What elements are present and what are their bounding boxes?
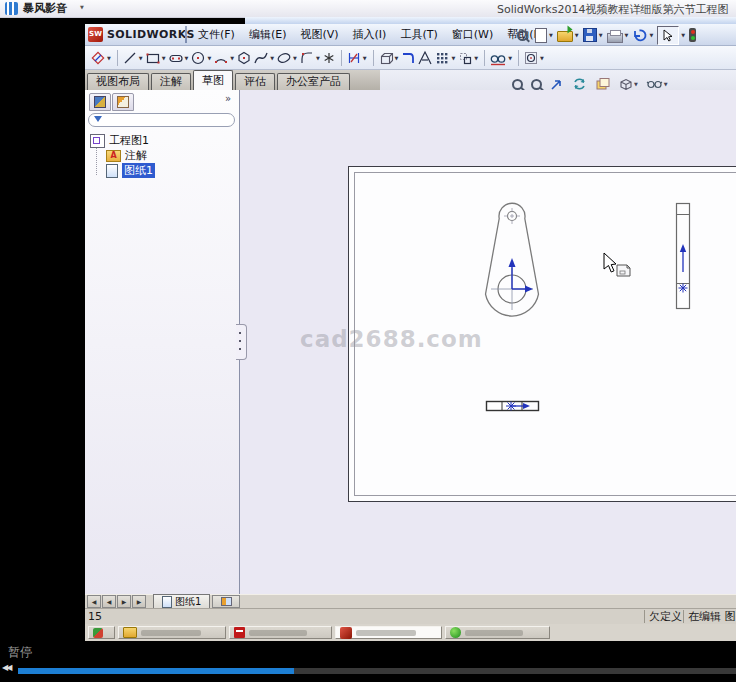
taskbar-button-solidworks[interactable]: [335, 626, 442, 639]
caret-icon[interactable]: ▼: [185, 55, 189, 61]
menu-window[interactable]: 窗口(W): [445, 27, 500, 42]
move-entities-button[interactable]: ▼: [457, 50, 479, 66]
print-button[interactable]: ▼: [607, 28, 629, 43]
tree-item-sheet[interactable]: 图纸1: [90, 163, 155, 178]
line-tool-button[interactable]: ▼: [122, 50, 144, 66]
caret-icon[interactable]: ▼: [634, 81, 638, 87]
save-button[interactable]: ▼: [583, 28, 603, 42]
open-button[interactable]: ▼: [557, 28, 579, 42]
caret-icon[interactable]: ▼: [107, 55, 111, 61]
undo-button[interactable]: ▼: [632, 28, 653, 43]
convert-entities-button[interactable]: ▼: [378, 50, 400, 66]
player-app-name[interactable]: 暴风影音: [23, 1, 67, 16]
polygon-tool-button[interactable]: [236, 50, 252, 66]
tree-annotations-label[interactable]: 注解: [125, 148, 147, 163]
panel-expand-chevrons-icon[interactable]: »: [225, 93, 231, 104]
panel-splitter-handle[interactable]: [236, 324, 247, 360]
tab-sketch[interactable]: 草图: [193, 70, 233, 90]
caret-icon[interactable]: ▼: [162, 55, 166, 61]
player-menu-caret-icon[interactable]: ▼: [80, 4, 84, 10]
zoom-area-button[interactable]: [531, 79, 542, 90]
tab-evaluate[interactable]: 评估: [235, 73, 275, 90]
circular-pattern-button[interactable]: ▼: [523, 50, 545, 66]
tree-root-label[interactable]: 工程图1: [109, 133, 149, 148]
caret-icon[interactable]: ▼: [207, 55, 211, 61]
circle-tool-button[interactable]: ▼: [190, 50, 212, 66]
taskbar-button-folder[interactable]: [118, 626, 226, 639]
caret-icon[interactable]: ▼: [363, 55, 367, 61]
caret-icon[interactable]: ▼: [681, 32, 685, 38]
taskbar-button-pdf[interactable]: [229, 626, 332, 639]
caret-icon[interactable]: ▼: [474, 55, 478, 61]
hide-show-items-button[interactable]: ▼: [646, 78, 668, 90]
ellipse-tool-button[interactable]: ▼: [276, 50, 298, 66]
tree-item-annotations[interactable]: A 注解: [90, 148, 155, 163]
tab-office-products[interactable]: 办公室产品: [277, 73, 350, 90]
tree-sheet-label[interactable]: 图纸1: [122, 163, 155, 178]
caret-icon[interactable]: ▼: [625, 32, 629, 38]
caret-icon[interactable]: ▼: [549, 32, 553, 38]
spline-tool-button[interactable]: ▼: [253, 50, 275, 66]
caret-icon[interactable]: ▼: [575, 32, 579, 38]
rewind-icon[interactable]: ◀◀: [2, 663, 10, 672]
tab-annotation[interactable]: 注解: [151, 73, 191, 90]
sheet-tab-label[interactable]: 图纸1: [175, 595, 201, 609]
caret-icon[interactable]: ▼: [599, 32, 603, 38]
caret-icon[interactable]: ▼: [139, 55, 143, 61]
menu-tools[interactable]: 工具(T): [393, 27, 444, 42]
arc-tool-button[interactable]: ▼: [213, 50, 235, 66]
add-sheet-tab[interactable]: [212, 595, 240, 608]
filter-funnel-icon: [94, 116, 102, 122]
drawing-view-bottom[interactable]: [485, 399, 541, 413]
zoom-fit-button[interactable]: [512, 79, 523, 90]
caret-icon[interactable]: ▼: [451, 55, 455, 61]
menu-view[interactable]: 视图(V): [293, 27, 345, 42]
taskbar-button-1[interactable]: [88, 626, 115, 639]
menu-insert[interactable]: 插入(I): [346, 27, 394, 42]
trim-entities-button[interactable]: [400, 50, 416, 66]
caret-icon[interactable]: ▼: [270, 55, 274, 61]
drawing-view-side[interactable]: [674, 200, 692, 312]
rectangle-tool-button[interactable]: ▼: [145, 50, 167, 66]
progress-bar[interactable]: [18, 668, 736, 674]
caret-icon[interactable]: ▼: [395, 55, 399, 61]
rebuild-button[interactable]: [689, 28, 696, 42]
smart-dimension-button[interactable]: ▼: [346, 50, 368, 66]
caret-icon[interactable]: ▼: [316, 55, 320, 61]
caret-icon[interactable]: ▼: [664, 81, 668, 87]
search-icon[interactable]: [517, 30, 528, 41]
caret-icon[interactable]: ▼: [540, 55, 544, 61]
point-tool-button[interactable]: [322, 50, 336, 66]
caret-icon[interactable]: ▼: [230, 55, 234, 61]
propertymanager-tab[interactable]: [112, 93, 134, 111]
prev-sheet-button[interactable]: ◀: [102, 595, 116, 608]
tab-view-layout[interactable]: 视图布局: [87, 73, 149, 90]
menu-edit[interactable]: 编辑(E): [242, 27, 294, 42]
menu-file[interactable]: 文件(F): [191, 27, 242, 42]
sketch-text-button[interactable]: [417, 50, 433, 66]
tree-filter-input[interactable]: [88, 113, 235, 127]
sheet-tab[interactable]: 图纸1: [153, 594, 210, 609]
drawing-view-front[interactable]: [475, 195, 555, 323]
sheet-properties-button[interactable]: [595, 77, 610, 91]
slot-tool-button[interactable]: ▼: [168, 50, 190, 66]
display-style-button[interactable]: ▼: [618, 77, 638, 91]
new-document-button[interactable]: ▼: [535, 28, 553, 43]
select-tool-button[interactable]: ▼: [657, 26, 685, 45]
caret-icon[interactable]: ▼: [649, 32, 653, 38]
display-relations-button[interactable]: ▼: [489, 50, 513, 66]
featuremanager-tab[interactable]: [89, 93, 111, 111]
caret-icon[interactable]: ▼: [508, 55, 512, 61]
fillet-tool-button[interactable]: ▼: [299, 50, 321, 66]
sketch-button[interactable]: ▼: [90, 50, 112, 66]
next-sheet-button[interactable]: ▶: [117, 595, 131, 608]
graphics-area[interactable]: cad2688.com: [240, 90, 736, 595]
previous-view-button[interactable]: [550, 77, 564, 91]
taskbar-button-green[interactable]: [445, 626, 550, 639]
last-sheet-button[interactable]: ▶: [132, 595, 146, 608]
caret-icon[interactable]: ▼: [293, 55, 297, 61]
first-sheet-button[interactable]: ◀: [87, 595, 101, 608]
linear-pattern-button[interactable]: ▼: [434, 50, 456, 66]
tree-root-drawing[interactable]: 工程图1: [90, 133, 155, 148]
rotate-view-button[interactable]: [572, 77, 587, 91]
